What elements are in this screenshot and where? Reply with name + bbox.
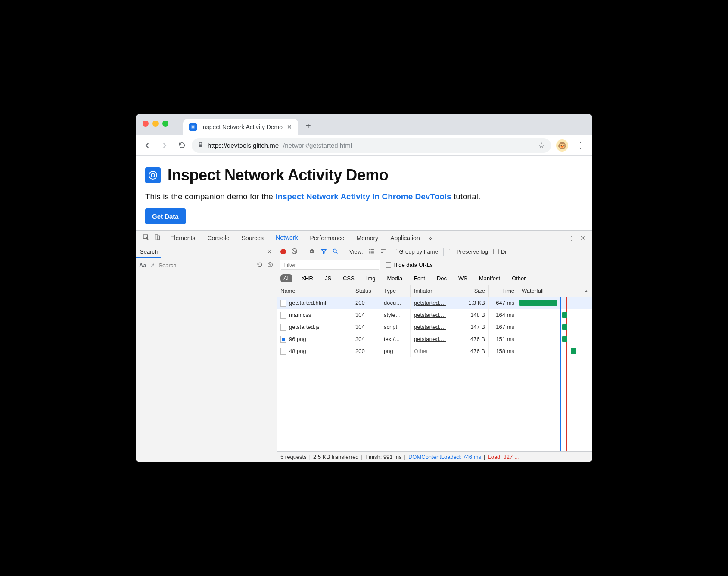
case-toggle[interactable]: Aa [139, 262, 146, 269]
type-filter-img[interactable]: Img [363, 274, 379, 282]
devtools-menu-icon[interactable]: ⋮ [568, 235, 574, 242]
type-filter-all[interactable]: All [280, 274, 292, 282]
forward-button[interactable] [157, 138, 172, 153]
table-row[interactable]: main.css304style…getstarted.…148 B164 ms [277, 309, 592, 321]
devtools-tab-application[interactable]: Application [384, 231, 426, 245]
svg-rect-15 [369, 252, 370, 253]
cell-initiator[interactable]: getstarted.… [414, 324, 446, 330]
svg-point-0 [191, 125, 195, 129]
minimize-window-button[interactable] [152, 121, 159, 127]
cell-waterfall [518, 333, 592, 345]
cell-name: getstarted.html [289, 300, 326, 306]
disable-cache-label: Di [501, 248, 506, 255]
file-icon [280, 312, 286, 319]
col-name[interactable]: Name [277, 285, 352, 297]
table-row[interactable]: 48.png200pngOther476 B158 ms [277, 345, 592, 357]
clear-icon[interactable] [291, 248, 298, 256]
cell-name: 48.png [289, 348, 306, 354]
preserve-log-label: Preserve log [457, 248, 488, 255]
search-pane-close-icon[interactable]: ✕ [267, 248, 272, 256]
search-input[interactable] [159, 262, 252, 269]
preserve-log-checkbox[interactable]: Preserve log [449, 248, 488, 255]
col-size[interactable]: Size [460, 285, 489, 297]
profile-avatar[interactable]: 🐵 [556, 139, 568, 152]
type-filter-media[interactable]: Media [384, 274, 405, 282]
regex-toggle[interactable]: .* [151, 262, 155, 269]
cell-waterfall [518, 345, 592, 357]
tabs-overflow-icon[interactable]: » [429, 235, 432, 242]
address-bar[interactable]: https://devtools.glitch.me/network/getst… [192, 138, 551, 153]
search-clear-icon[interactable] [267, 262, 273, 269]
cell-initiator[interactable]: getstarted.… [414, 300, 446, 306]
devtools-tab-network[interactable]: Network [270, 231, 304, 245]
cell-time: 151 ms [489, 333, 518, 345]
type-filter-manifest[interactable]: Manifest [476, 274, 503, 282]
para-text-before: This is the companion demo for the [145, 192, 275, 201]
bookmark-star-icon[interactable]: ☆ [538, 141, 545, 150]
filter-input[interactable] [280, 260, 380, 270]
tab-title: Inspect Network Activity Demo [201, 124, 283, 130]
col-status[interactable]: Status [352, 285, 380, 297]
type-filter-other[interactable]: Other [509, 274, 529, 282]
svg-point-9 [311, 251, 313, 252]
reload-button[interactable] [174, 138, 189, 153]
record-button[interactable] [280, 249, 286, 254]
cell-initiator: Other [414, 348, 428, 354]
maximize-window-button[interactable] [162, 121, 168, 127]
svg-rect-11 [369, 249, 370, 250]
table-row[interactable]: getstarted.html200docu…getstarted.…1.3 K… [277, 297, 592, 309]
status-transferred: 2.5 KB transferred [313, 454, 359, 460]
type-filter-ws[interactable]: WS [455, 274, 470, 282]
cell-type: script [380, 321, 411, 333]
cell-size: 476 B [460, 345, 489, 357]
cell-initiator[interactable]: getstarted.… [414, 312, 446, 318]
cell-status: 200 [352, 345, 380, 357]
tab-close-icon[interactable]: ✕ [287, 124, 292, 130]
type-filter-css[interactable]: CSS [340, 274, 358, 282]
devtools-tab-sources[interactable]: Sources [236, 231, 270, 245]
search-pane-header: Search ✕ [136, 245, 277, 258]
col-time[interactable]: Time [489, 285, 518, 297]
col-initiator[interactable]: Initiator [411, 285, 460, 297]
browser-menu-button[interactable]: ⋮ [573, 141, 588, 150]
devtools-tab-console[interactable]: Console [201, 231, 235, 245]
close-window-button[interactable] [143, 121, 149, 127]
search-refresh-icon[interactable] [257, 262, 263, 269]
disable-cache-checkbox[interactable]: Di [493, 248, 506, 255]
type-filter-font[interactable]: Font [411, 274, 428, 282]
group-by-frame-checkbox[interactable]: Group by frame [392, 248, 438, 255]
col-type[interactable]: Type [380, 285, 411, 297]
intro-paragraph: This is the companion demo for the Inspe… [145, 192, 583, 201]
filter-icon[interactable] [320, 248, 327, 256]
get-data-button[interactable]: Get Data [145, 208, 186, 224]
devtools-close-icon[interactable]: ✕ [580, 235, 585, 242]
svg-point-3 [151, 173, 155, 177]
devtools-tab-performance[interactable]: Performance [304, 231, 350, 245]
tutorial-link[interactable]: Inspect Network Activity In Chrome DevTo… [275, 192, 454, 201]
table-row[interactable]: getstarted.js304scriptgetstarted.…147 B1… [277, 321, 592, 333]
search-icon[interactable] [332, 248, 339, 256]
devtools-tab-elements[interactable]: Elements [164, 231, 201, 245]
cell-type: text/… [380, 333, 411, 345]
cell-time: 164 ms [489, 309, 518, 321]
svg-rect-17 [381, 249, 386, 250]
device-toggle-icon[interactable] [154, 234, 161, 242]
cell-type: style… [380, 309, 411, 321]
back-button[interactable] [140, 138, 155, 153]
overview-icon[interactable] [380, 248, 386, 255]
type-filter-js[interactable]: JS [322, 274, 334, 282]
cell-initiator[interactable]: getstarted.… [414, 336, 446, 342]
cell-name: getstarted.js [289, 324, 320, 330]
hide-data-urls-checkbox[interactable]: Hide data URLs [386, 262, 433, 268]
inspect-element-icon[interactable] [143, 234, 149, 242]
screenshot-icon[interactable] [308, 248, 315, 255]
cell-size: 148 B [460, 309, 489, 321]
devtools-tab-memory[interactable]: Memory [351, 231, 385, 245]
type-filter-xhr[interactable]: XHR [298, 274, 316, 282]
col-waterfall[interactable]: Waterfall▲ [518, 285, 592, 297]
browser-tab[interactable]: Inspect Network Activity Demo ✕ [183, 119, 298, 135]
type-filter-doc[interactable]: Doc [434, 274, 450, 282]
table-row[interactable]: 96.png304text/…getstarted.…476 B151 ms [277, 333, 592, 345]
large-rows-icon[interactable] [368, 248, 375, 255]
new-tab-button[interactable]: + [306, 121, 311, 131]
